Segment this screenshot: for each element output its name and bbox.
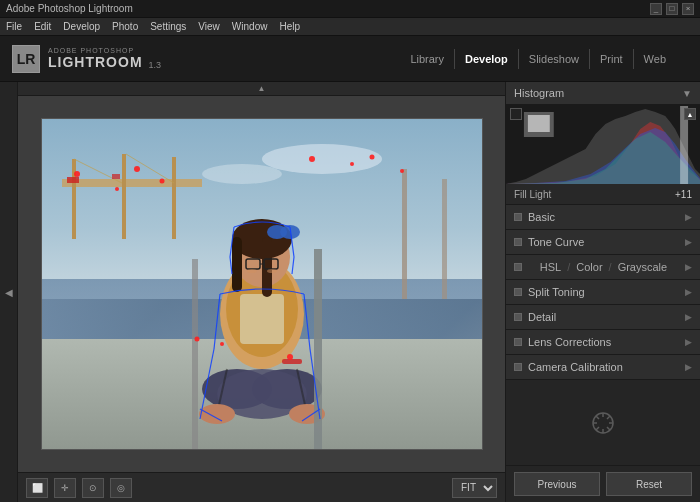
adobe-text: ADOBE PHOTOSHOP (48, 47, 161, 54)
center-area: ▲ (18, 82, 505, 502)
split-toning-toggle[interactable] (514, 288, 522, 296)
maximize-button[interactable]: □ (666, 3, 678, 15)
svg-point-43 (309, 156, 315, 162)
menu-edit[interactable]: Edit (34, 21, 51, 32)
panel-section-hsl: HSL / Color / Grayscale ▶ (506, 255, 700, 280)
svg-point-49 (287, 354, 293, 360)
tab-library[interactable]: Library (400, 49, 454, 69)
tone-curve-label: Tone Curve (528, 236, 679, 248)
svg-rect-6 (172, 157, 176, 239)
menu-window[interactable]: Window (232, 21, 268, 32)
title-bar-title: Adobe Photoshop Lightroom (6, 3, 650, 14)
svg-point-48 (220, 342, 224, 346)
tool-redeye[interactable]: ⊙ (82, 478, 104, 498)
close-button[interactable]: × (682, 3, 694, 15)
hsl-tab-color[interactable]: Color (570, 261, 608, 273)
zoom-select[interactable]: FIT 1:1 2:1 (452, 478, 497, 498)
svg-point-39 (74, 171, 80, 177)
tool-brush[interactable]: ◎ (110, 478, 132, 498)
panel-basic-header[interactable]: Basic ▶ (506, 205, 700, 229)
tab-print[interactable]: Print (589, 49, 633, 69)
panel-tone-curve-header[interactable]: Tone Curve ▶ (506, 230, 700, 254)
menu-bar: File Edit Develop Photo Settings View Wi… (0, 18, 700, 36)
svg-point-47 (194, 337, 199, 342)
camera-calibration-toggle[interactable] (514, 363, 522, 371)
tool-crop[interactable]: ⬜ (26, 478, 48, 498)
reset-button[interactable]: Reset (606, 472, 692, 496)
menu-view[interactable]: View (198, 21, 220, 32)
minimize-button[interactable]: _ (650, 3, 662, 15)
svg-point-42 (159, 179, 164, 184)
histogram-arrow[interactable]: ▼ (682, 88, 692, 99)
basic-label: Basic (528, 211, 679, 223)
toolbar: ⬜ ✛ ⊙ ◎ FIT 1:1 2:1 (18, 472, 505, 502)
svg-rect-4 (72, 159, 76, 239)
svg-point-14 (202, 164, 282, 184)
hsl-arrow: ▶ (685, 262, 692, 272)
tab-web[interactable]: Web (633, 49, 676, 69)
detail-toggle[interactable] (514, 313, 522, 321)
split-toning-arrow: ▶ (685, 287, 692, 297)
histogram-canvas: ▲ (506, 104, 700, 184)
photo-container (18, 96, 505, 472)
svg-point-46 (400, 169, 404, 173)
svg-line-60 (607, 427, 610, 430)
menu-file[interactable]: File (6, 21, 22, 32)
menu-help[interactable]: Help (279, 21, 300, 32)
fill-light-label: Fill Light (514, 189, 671, 200)
tone-curve-toggle[interactable] (514, 238, 522, 246)
left-panel-toggle[interactable]: ◀ (5, 287, 13, 298)
histogram-section: Histogram ▼ ▲ (506, 82, 700, 205)
hsl-tab-hsl[interactable]: HSL (534, 261, 567, 273)
panel-detail-header[interactable]: Detail ▶ (506, 305, 700, 329)
svg-point-27 (247, 269, 257, 273)
svg-point-44 (350, 162, 354, 166)
tool-heal[interactable]: ✛ (54, 478, 76, 498)
title-bar: Adobe Photoshop Lightroom _ □ × (0, 0, 700, 18)
tab-slideshow[interactable]: Slideshow (518, 49, 589, 69)
svg-rect-11 (402, 169, 407, 299)
svg-point-45 (369, 155, 374, 160)
panel-section-tone-curve: Tone Curve ▶ (506, 230, 700, 255)
panel-lens-corrections-header[interactable]: Lens Corrections ▶ (506, 330, 700, 354)
menu-photo[interactable]: Photo (112, 21, 138, 32)
svg-rect-20 (232, 237, 242, 292)
svg-rect-3 (62, 179, 202, 187)
svg-rect-9 (67, 177, 79, 183)
svg-line-62 (596, 427, 599, 430)
photo-svg (42, 119, 482, 449)
hsl-toggle[interactable] (514, 263, 522, 271)
top-collapse-icon[interactable]: ▲ (258, 84, 266, 93)
panel-section-split-toning: Split Toning ▶ (506, 280, 700, 305)
title-bar-controls: _ □ × (650, 3, 694, 15)
sync-area (506, 380, 700, 465)
lens-corrections-arrow: ▶ (685, 337, 692, 347)
svg-line-61 (607, 416, 610, 419)
menu-settings[interactable]: Settings (150, 21, 186, 32)
panel-section-basic: Basic ▶ (506, 205, 700, 230)
svg-point-13 (262, 144, 382, 174)
svg-point-28 (267, 269, 277, 273)
version-text: 1.3 (149, 60, 162, 70)
top-arrow-bar: ▲ (18, 82, 505, 96)
panel-split-toning-header[interactable]: Split Toning ▶ (506, 280, 700, 304)
basic-toggle[interactable] (514, 213, 522, 221)
panel-section-lens-corrections: Lens Corrections ▶ (506, 330, 700, 355)
bottom-bar: Previous Reset (506, 465, 700, 502)
logo-text: ADOBE PHOTOSHOP LIGHTROOM 1.3 (48, 47, 161, 70)
logo-area: LR ADOBE PHOTOSHOP LIGHTROOM 1.3 (12, 45, 192, 73)
hsl-tab-grayscale[interactable]: Grayscale (612, 261, 674, 273)
previous-button[interactable]: Previous (514, 472, 600, 496)
main: ◀ ▲ (0, 82, 700, 502)
lens-corrections-toggle[interactable] (514, 338, 522, 346)
histogram-title: Histogram (514, 87, 564, 99)
menu-develop[interactable]: Develop (63, 21, 100, 32)
histogram-graph (506, 104, 700, 184)
lightroom-text: LIGHTROOM (48, 54, 143, 70)
tab-develop[interactable]: Develop (454, 49, 518, 69)
histogram-header: Histogram ▼ (506, 82, 700, 104)
panel-camera-calibration-header[interactable]: Camera Calibration ▶ (506, 355, 700, 379)
hist-highlight-clip[interactable]: ▲ (684, 108, 696, 120)
panel-hsl-header[interactable]: HSL / Color / Grayscale ▶ (506, 255, 700, 279)
hist-shadow-clip[interactable] (510, 108, 522, 120)
